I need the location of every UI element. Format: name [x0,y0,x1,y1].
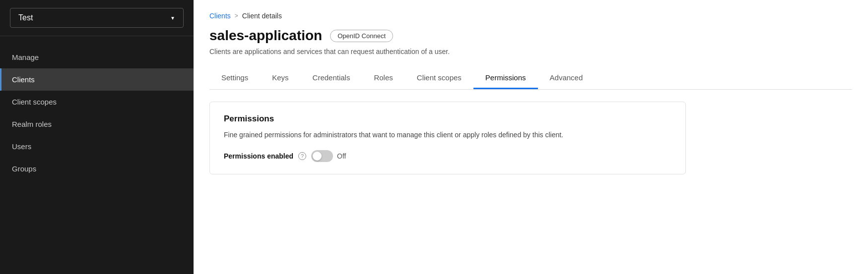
sidebar-item-users[interactable]: Users [0,135,194,158]
sidebar-item-label: Users [12,142,31,151]
tab-keys[interactable]: Keys [260,67,300,89]
toggle-off-label: Off [337,152,346,160]
tab-advanced[interactable]: Advanced [538,67,595,89]
content-area: Permissions Fine grained permissions for… [209,90,852,274]
sidebar-item-label: Clients [12,75,35,84]
tab-roles[interactable]: Roles [362,67,404,89]
permissions-enabled-label: Permissions enabled [224,152,293,160]
sidebar-item-label: Manage [12,53,39,61]
sidebar-item-manage[interactable]: Manage [0,46,194,68]
permissions-card-description: Fine grained permissions for administrat… [224,130,671,140]
permissions-card: Permissions Fine grained permissions for… [209,102,686,174]
page-header: sales-application OpenID Connect [209,28,852,44]
page-title: sales-application [209,28,322,44]
sidebar-item-label: Client scopes [12,98,57,106]
realm-name: Test [18,13,33,22]
sidebar-nav: Manage Clients Client scopes Realm roles… [0,36,194,190]
sidebar-item-client-scopes[interactable]: Client scopes [0,91,194,113]
tab-permissions[interactable]: Permissions [473,67,538,89]
permissions-enabled-toggle[interactable] [311,150,333,162]
sidebar-item-realm-roles[interactable]: Realm roles [0,113,194,135]
sidebar-item-label: Groups [12,164,36,173]
main-content: Clients > Client details sales-applicati… [194,0,868,274]
main-inner: Clients > Client details sales-applicati… [194,0,868,274]
breadcrumb: Clients > Client details [209,12,852,20]
tab-credentials[interactable]: Credentials [301,67,362,89]
openid-connect-badge: OpenID Connect [330,30,393,42]
tab-client-scopes[interactable]: Client scopes [405,67,473,89]
permissions-enabled-row: Permissions enabled ? Off [224,150,671,162]
breadcrumb-current: Client details [242,12,282,20]
tab-settings[interactable]: Settings [209,67,260,89]
page-subtitle: Clients are applications and services th… [209,48,852,55]
sidebar: Test ▼ Manage Clients Client scopes Real… [0,0,194,274]
sidebar-header: Test ▼ [0,0,194,36]
toggle-knob [313,152,322,161]
sidebar-item-clients[interactable]: Clients [0,68,194,91]
chevron-down-icon: ▼ [170,15,175,21]
realm-selector[interactable]: Test ▼ [10,8,184,28]
permissions-card-title: Permissions [224,114,671,124]
toggle-wrapper: Off [311,150,346,162]
tabs-bar: Settings Keys Credentials Roles Client s… [209,67,852,90]
breadcrumb-separator: > [235,12,238,19]
sidebar-item-groups[interactable]: Groups [0,158,194,180]
help-icon[interactable]: ? [298,152,306,160]
breadcrumb-clients-link[interactable]: Clients [209,12,231,20]
sidebar-item-label: Realm roles [12,120,52,128]
